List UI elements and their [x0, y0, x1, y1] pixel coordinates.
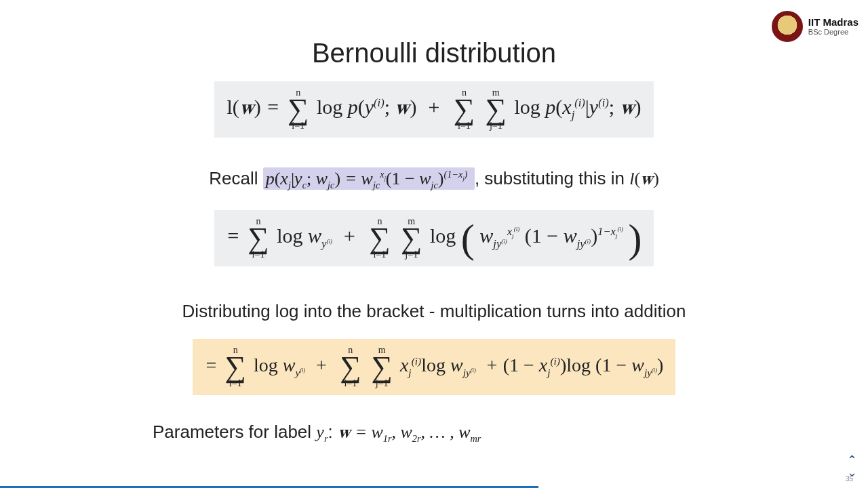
- eq3-box: = n∑i=1 log wy(i) + n∑i=1 m∑j=1 xj(i)log…: [193, 339, 676, 395]
- equation-2: = n∑i=1 log wy(i) + n∑i=1 m∑j=1 log ( wj…: [0, 210, 868, 266]
- parameters-line: Parameters for label yr: 𝐰 = w1r, w2r, ……: [0, 422, 868, 445]
- recall-tail: l(𝐰): [629, 169, 659, 188]
- equation-1: l(𝐰) = n∑i=1 log p(y(i); 𝐰) + n∑i=1 m∑j=…: [0, 81, 868, 138]
- eq1-box: l(𝐰) = n∑i=1 log p(y(i); 𝐰) + n∑i=1 m∑j=…: [214, 81, 653, 138]
- page-number: 35: [846, 475, 853, 483]
- params-prefix: Parameters for label: [153, 422, 316, 442]
- equation-3: = n∑i=1 log wy(i) + n∑i=1 m∑j=1 xj(i)log…: [0, 339, 868, 395]
- eq2-box: = n∑i=1 log wy(i) + n∑i=1 m∑j=1 log ( wj…: [214, 210, 654, 266]
- recall-prefix: Recall: [209, 168, 262, 188]
- params-colon: :: [328, 422, 337, 442]
- params-formula: 𝐰 = w1r, w2r, … , wmr: [338, 422, 481, 442]
- brand-line2: BSc Degree: [808, 28, 859, 36]
- recall-formula: p(xj|yc; wjc) = wjcxj(1 − wjc)(1−xj): [263, 167, 475, 190]
- chevron-up-icon[interactable]: ⌃: [847, 454, 857, 466]
- slide-title: Bernoulli distribution: [0, 38, 868, 68]
- recall-line: Recall p(xj|yc; wjc) = wjcxj(1 − wjc)(1−…: [0, 168, 868, 191]
- distribute-text: Distributing log into the bracket - mult…: [0, 301, 868, 322]
- recall-suffix: , substituting this in: [475, 168, 629, 188]
- brand-line1: IIT Madras: [808, 17, 859, 27]
